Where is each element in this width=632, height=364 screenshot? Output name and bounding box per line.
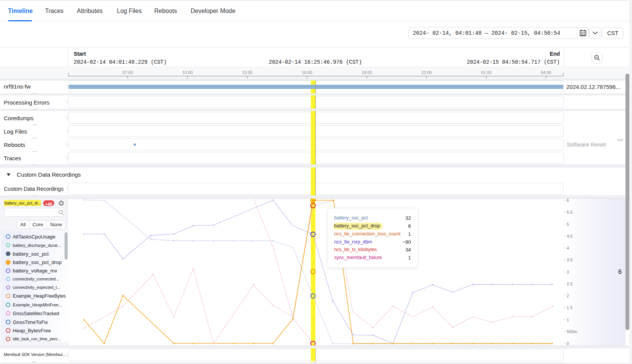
svg-text:AllTasksCpuUsage: AllTasksCpuUsage	[13, 234, 56, 240]
svg-text:battery_soc_pct_drop: battery_soc_pct_drop	[13, 259, 62, 265]
svg-text:10:00: 10:00	[182, 70, 193, 75]
svg-text:6: 6	[618, 269, 622, 275]
svg-text:19:00: 19:00	[362, 70, 372, 75]
svg-text:3.5: 3.5	[567, 258, 572, 262]
svg-text:5.5: 5.5	[567, 210, 572, 214]
svg-text:battery_voltage_mv: battery_voltage_mv	[13, 268, 57, 274]
svg-text:connectivity_expected_t...: connectivity_expected_t...	[13, 285, 60, 290]
svg-text:battery_discharge_durat...: battery_discharge_durat...	[13, 243, 61, 248]
svg-text:1.5: 1.5	[567, 305, 572, 310]
svg-text:07:00: 07:00	[123, 70, 133, 75]
svg-text:Heap_BytesFree: Heap_BytesFree	[13, 328, 51, 333]
svg-text:13:00: 13:00	[242, 70, 253, 75]
svg-text:500m: 500m	[567, 329, 577, 334]
svg-text:4.5: 4.5	[567, 234, 572, 238]
svg-text:4: 4	[567, 246, 569, 250]
svg-text:GnssSatellitesTracked: GnssSatellitesTracked	[13, 311, 59, 316]
svg-text:01:00: 01:00	[481, 70, 492, 75]
svg-text:connectivity_connected...: connectivity_connected...	[13, 277, 59, 281]
svg-text:22:00: 22:00	[421, 70, 432, 75]
svg-text:battery_soc_pct: battery_soc_pct	[13, 251, 49, 257]
svg-text:2.5: 2.5	[567, 282, 572, 286]
svg-text:0: 0	[567, 341, 569, 346]
svg-text:GnssTimeToFix: GnssTimeToFix	[13, 319, 48, 325]
svg-text:04:00: 04:00	[541, 70, 551, 75]
svg-text:Example_HeapMinFree...: Example_HeapMinFree...	[13, 303, 62, 307]
svg-text:idle_task_run_time_perc...: idle_task_run_time_perc...	[13, 337, 61, 341]
svg-text:1: 1	[567, 317, 569, 322]
svg-text:5: 5	[567, 222, 569, 227]
svg-text:3: 3	[567, 270, 569, 274]
svg-text:6: 6	[567, 198, 569, 203]
svg-text:16:00: 16:00	[302, 70, 312, 75]
svg-text:2: 2	[567, 293, 569, 298]
svg-text:Example_HeapFreeBytes: Example_HeapFreeBytes	[13, 293, 66, 299]
